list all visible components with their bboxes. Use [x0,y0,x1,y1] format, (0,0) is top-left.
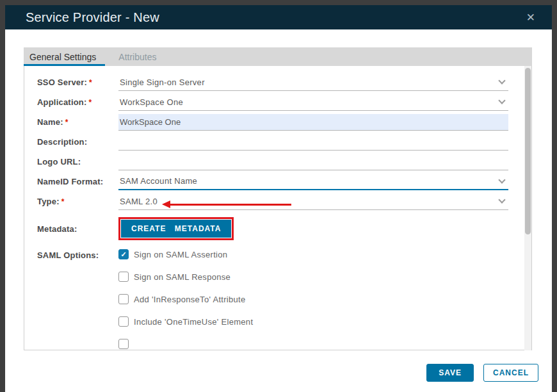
name-input-wrap [118,114,508,131]
checkbox-icon[interactable] [118,294,129,304]
nameid-format-label: NameID Format: [37,177,118,186]
field-row-sso-server: SSO Server:* Single Sign-on Server [37,72,508,92]
field-row-type: Type:* SAML 2.0 [37,192,508,211]
sso-server-select[interactable]: Single Sign-on Server [118,74,508,91]
red-box-annotation: CREATE METADATA [118,217,234,240]
field-row-saml-options: SAML Options: ✓ Sign on SAML Assertion S… [37,249,508,350]
chevron-down-icon [498,176,505,183]
checkbox-icon[interactable] [118,272,129,282]
option-label: Add 'InResponseTo' Attribute [134,295,246,304]
nameid-format-value: SAM Account Name [120,176,496,186]
required-asterisk: * [89,78,92,87]
name-input[interactable] [120,115,507,129]
name-label: Name:* [37,117,118,127]
tab-bar: General Settings Attributes [24,47,532,66]
checkbox-icon[interactable] [118,316,129,327]
required-asterisk: * [65,118,69,127]
vertical-scrollbar[interactable] [524,66,531,350]
type-label: Type:* [37,197,118,206]
logo-url-input[interactable] [120,154,507,168]
modal-title: Service Provider - New [26,10,524,25]
check-icon: ✓ [120,251,126,258]
tab-general-settings[interactable]: General Settings [24,47,105,66]
chevron-down-icon [498,196,505,203]
type-select[interactable]: SAML 2.0 [118,193,508,210]
save-button[interactable]: SAVE [426,364,474,382]
field-row-logo-url: Logo URL: [37,152,508,172]
modal-footer: SAVE CANCEL [426,364,538,382]
application-label: Application:* [37,97,118,107]
tab-attributes[interactable]: Attributes [113,47,165,66]
field-row-nameid-format: NameID Format: SAM Account Name [37,172,508,192]
checkbox-checked-icon[interactable]: ✓ [118,249,129,259]
field-row-metadata: Metadata: CREATE METADATA [37,217,508,240]
option-label: Include 'OneTimeUse' Element [134,317,253,327]
logo-url-label: Logo URL: [37,157,118,167]
form-body: SSO Server:* Single Sign-on Server Appli… [24,66,531,350]
option-sign-on-saml-assertion[interactable]: ✓ Sign on SAML Assertion [118,249,253,259]
sso-server-label: SSO Server:* [37,78,118,87]
logo-url-input-wrap [118,154,508,170]
option-sign-on-saml-response[interactable]: Sign on SAML Response [118,272,253,282]
field-row-application: Application:* WorkSpace One [37,92,508,112]
option-include-onetimeuse-element[interactable]: Include 'OneTimeUse' Element [118,316,253,327]
description-input-wrap [118,134,508,151]
chevron-down-icon [498,97,505,104]
modal-header: Service Provider - New ✕ [5,5,552,29]
field-row-name: Name:* [37,112,508,132]
saml-options-label: SAML Options: [37,249,118,260]
description-input[interactable] [120,135,507,149]
scrollbar-thumb[interactable] [525,68,531,234]
checkbox-icon[interactable] [118,339,129,349]
application-select[interactable]: WorkSpace One [118,94,508,111]
create-metadata-button[interactable]: CREATE METADATA [121,220,231,238]
sso-server-value: Single Sign-on Server [120,78,496,87]
option-add-inresponseto-attribute[interactable]: Add 'InResponseTo' Attribute [118,294,253,304]
required-asterisk: * [61,197,65,206]
screen-overlay: Service Provider - New ✕ General Setting… [0,0,557,392]
option-label: Sign on SAML Assertion [134,250,227,259]
chevron-down-icon [498,77,505,84]
option-label: Sign on SAML Response [134,272,230,282]
general-settings-panel: General Settings Attributes SSO Server:*… [24,47,532,350]
close-icon[interactable]: ✕ [524,11,538,24]
type-value: SAML 2.0 [120,197,496,206]
service-provider-modal: Service Provider - New ✕ General Setting… [5,5,552,392]
description-label: Description: [37,137,118,147]
cancel-button[interactable]: CANCEL [483,364,538,382]
application-value: WorkSpace One [120,97,496,107]
metadata-label: Metadata: [37,224,118,234]
nameid-format-select[interactable]: SAM Account Name [118,174,508,190]
field-row-description: Description: [37,132,508,152]
saml-options-list: ✓ Sign on SAML Assertion Sign on SAML Re… [118,249,253,350]
option-partially-visible[interactable] [118,339,253,349]
required-asterisk: * [89,98,92,107]
